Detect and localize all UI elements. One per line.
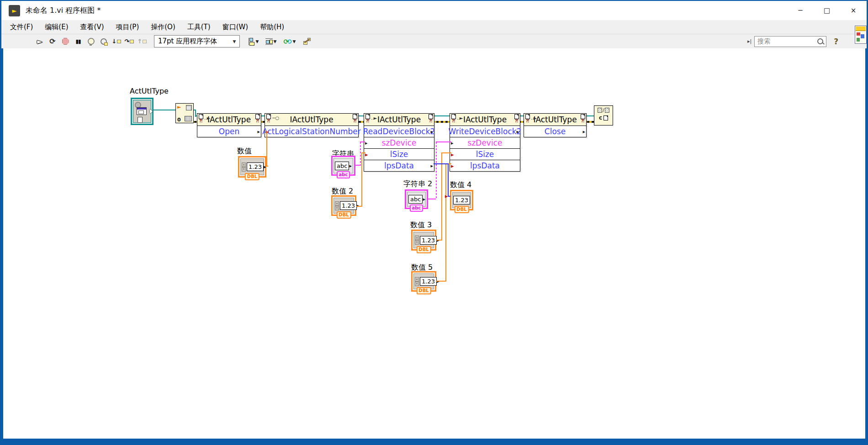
param-row-lpsdata[interactable]: ▸ lpsData [450, 160, 520, 171]
refnum-glyph [605, 108, 609, 113]
block-diagram[interactable]: ActUtlType ► 0 ?! ‥► IActUtlType ?! Open [0, 48, 868, 439]
numeric-value: 1.23 [340, 201, 357, 210]
increment-decrement-icon[interactable]: ▴▾ [242, 162, 246, 172]
menu-tools[interactable]: 工具(T) [181, 23, 217, 31]
clean-up-diagram-button[interactable] [299, 36, 315, 47]
input-terminal-icon: ▸ [365, 141, 368, 146]
abort-button[interactable] [59, 36, 72, 47]
menu-project[interactable]: 项目(P) [110, 23, 145, 31]
menu-bar: 文件(F) 编辑(E) 查看(V) 项目(P) 操作(O) 工具(T) 窗口(W… [1, 20, 867, 34]
search-icon [817, 38, 823, 44]
invoke-icon: ‥► [531, 115, 536, 120]
chevron-down-icon: ▼ [256, 39, 259, 44]
page-icon [255, 114, 260, 119]
string-value: abc [408, 195, 423, 204]
method-row[interactable]: WriteDeviceBlock2 ▸ [450, 126, 520, 137]
method-row[interactable]: ReadDeviceBlock2 ▸ [364, 126, 434, 137]
output-terminal-icon: ▸ [430, 129, 433, 134]
control-label: 数值 [237, 147, 252, 156]
numeric-value: 1.23 [420, 277, 437, 286]
pause-button[interactable]: ▮▮ [72, 36, 85, 47]
run-button[interactable]: ► [33, 36, 46, 47]
menu-file[interactable]: 文件(F) [4, 23, 39, 31]
method-row[interactable]: Open ▸ [197, 126, 261, 137]
page-icon [514, 114, 519, 119]
help-button[interactable]: ? [834, 37, 838, 46]
increment-decrement-icon[interactable]: ▴▾ [415, 277, 419, 286]
close-glyph: c [599, 115, 602, 121]
node-square-icon [117, 40, 121, 43]
menu-edit[interactable]: 编辑(E) [39, 23, 74, 31]
property-row[interactable]: ▸ ActLogicalStationNumber [265, 126, 358, 137]
nav-toggle-icon[interactable]: ▸| [747, 38, 752, 44]
string-control-zifuchuan2[interactable]: abc ▸ abc [405, 189, 428, 209]
close-reference-node[interactable]: / c [594, 105, 613, 126]
title-bar: ► 未命名 1.vi 程序框图 * ─ □ × [1, 1, 867, 20]
numeric-control-shuzhi3[interactable]: ▴▾ 1.23 ▸ DBL [411, 230, 436, 251]
param-row-szdevice[interactable]: ▸ szDevice [364, 137, 434, 149]
vi-icon[interactable] [855, 26, 867, 44]
error-out-glyph: ?! [514, 119, 519, 124]
run-continuously-button[interactable]: ⟳ [46, 36, 59, 47]
error-in-glyph: ?! [451, 119, 456, 124]
window-title: 未命名 1.vi 程序框图 * [26, 6, 101, 16]
method-row[interactable]: Close ▸ [524, 126, 586, 137]
search-input[interactable]: 搜索 [754, 36, 826, 47]
type-badge: DBL [454, 206, 469, 213]
param-row-lpsdata[interactable]: lpsData ▸ [364, 160, 434, 171]
error-in-glyph: ?! [198, 119, 203, 124]
error-out-glyph: ?! [428, 119, 433, 124]
reorder-icon: ⟳⟳ [284, 38, 292, 45]
step-out-button[interactable]: ↑ [136, 36, 148, 47]
automation-refnum-control[interactable] [131, 98, 153, 125]
window-border-left [0, 48, 3, 439]
output-terminal-icon: ▸ [257, 129, 260, 134]
increment-decrement-icon[interactable]: ▴▾ [415, 236, 419, 245]
automation-open-node[interactable]: ► 0 [175, 103, 194, 123]
lightbulb-icon [88, 38, 95, 45]
invoke-node-close[interactable]: ?! ‥► IActUtlType ?! Close ▸ [524, 113, 587, 137]
numeric-control-shuzhi5[interactable]: ▴▾ 1.23 ▸ DBL [411, 271, 436, 292]
toolbar: ► ⟳ ▮▮ ↓ ↷ ↑ 17pt 应用程序字体 ▼ ▼ ▼ ⟳⟳ ▼ [1, 34, 867, 49]
search-area: ▸| 搜索 ? [747, 36, 838, 47]
page-icon [429, 114, 433, 119]
invoke-node-readdeviceblock2[interactable]: ?! ‥► IActUtlType ?! ReadDeviceBlock2 ▸ … [364, 113, 434, 172]
param-row-lsize[interactable]: ▸ lSize [450, 149, 520, 160]
menu-operate[interactable]: 操作(O) [145, 23, 181, 31]
output-terminal-icon: ▸ [423, 196, 425, 202]
step-over-button[interactable]: ↷ [123, 36, 136, 47]
minimize-button[interactable]: ─ [787, 1, 814, 20]
highlight-execution-button[interactable] [85, 36, 97, 47]
align-objects-icon [248, 38, 255, 45]
page-icon [581, 114, 585, 119]
numeric-indicator-shuzhi4[interactable]: 1.23 DBL [450, 190, 473, 210]
retain-wire-values-button[interactable] [97, 36, 110, 47]
interface-name: IActUtlType [265, 115, 358, 124]
menu-help[interactable]: 帮助(H) [254, 23, 290, 31]
increment-decrement-icon[interactable]: ▴▾ [335, 201, 339, 210]
close-button[interactable]: × [840, 1, 867, 20]
numeric-control-shuzhi[interactable]: ▴▾ 1.23 ▸ DBL [238, 156, 266, 178]
step-into-button[interactable]: ↓ [110, 36, 123, 47]
distribute-objects-button[interactable]: ▼ [262, 36, 280, 47]
control-label: 字符串 2 [403, 179, 432, 189]
string-control-zifuchuan[interactable]: abc ▸ abc [331, 156, 355, 176]
font-selector[interactable]: 17pt 应用程序字体 ▼ [154, 35, 240, 47]
invoke-node-writedeviceblock2[interactable]: ?! ‥► IActUtlType ?! WriteDeviceBlock2 ▸… [450, 113, 520, 172]
refnum-glyph [598, 108, 602, 113]
error-out-glyph: ?! [255, 119, 260, 124]
menu-view[interactable]: 查看(V) [74, 23, 110, 31]
invoke-icon: ‥► [204, 115, 210, 120]
indicator-label: 数值 4 [450, 180, 471, 190]
menu-window[interactable]: 窗口(W) [217, 23, 254, 31]
font-selector-value: 17pt 应用程序字体 [158, 37, 217, 46]
reorder-objects-button[interactable]: ⟳⟳ ▼ [280, 36, 299, 47]
param-row-lsize[interactable]: ▸ lSize [364, 149, 434, 160]
maximize-button[interactable]: □ [814, 1, 840, 20]
numeric-control-shuzhi2[interactable]: ▴▾ 1.23 ▸ DBL [331, 195, 356, 216]
param-row-szdevice[interactable]: ▸ szDevice [450, 137, 520, 149]
type-badge: DBL [416, 287, 431, 294]
align-objects-button[interactable]: ▼ [244, 36, 262, 47]
invoke-node-open[interactable]: ?! ‥► IActUtlType ?! Open ▸ [197, 113, 261, 137]
property-node-actlogicalstationnumber[interactable]: ?! −○ IActUtlType ?! ▸ ActLogicalStation… [265, 113, 359, 137]
